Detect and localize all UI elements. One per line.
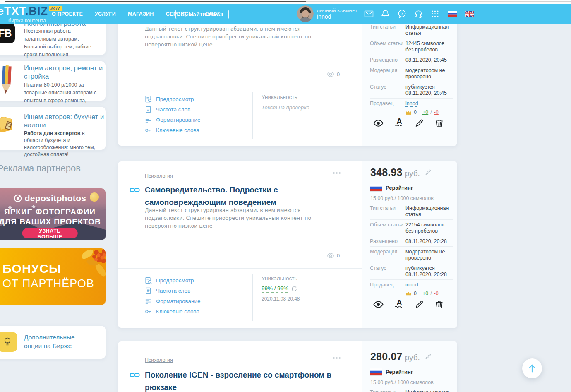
doc-search-icon (145, 277, 152, 284)
delete-trash-icon[interactable] (435, 300, 444, 309)
article-title[interactable]: Поколение iGEN - взросление со смартфоно… (145, 369, 341, 392)
price-value: 348.93 (370, 166, 403, 178)
fb-logo-icon: FB (0, 23, 15, 43)
negative-reviews-link[interactable]: -0 (434, 109, 439, 115)
apps-grid-icon[interactable] (430, 9, 440, 19)
nav-about[interactable]: О ПРОЕКТЕ (52, 11, 83, 17)
help-question-icon[interactable] (397, 9, 407, 19)
link-chain-icon[interactable] (130, 372, 140, 378)
article-card-3: Психология Поколение iGEN - взросление с… (118, 341, 457, 392)
category-link[interactable]: Психология (145, 173, 173, 179)
find-order-button[interactable]: НАЙТИ ЗАКАЗ (175, 10, 229, 19)
nav-services[interactable]: УСЛУГИ (95, 11, 116, 17)
ad-title-link[interactable]: Ищем авторов, ремонт и стройка (24, 64, 106, 80)
preview-button[interactable]: Предпросмотр (145, 275, 201, 286)
header-icons (364, 4, 474, 24)
pencil-icon (0, 65, 13, 95)
partner-bonuses-banner[interactable]: БОНУСЫ ОТ ПАРТНЁРОВ (0, 248, 106, 305)
extra-options-link[interactable]: Дополнительныеопции на Бирже (24, 333, 75, 350)
info-row-placed: Размещено08.11.2020, 20:45 (370, 55, 453, 65)
article-actions: A (373, 299, 444, 309)
keywords-button[interactable]: Ключевые слова (145, 306, 201, 317)
article-info-panel: 348.93 руб. Рерайтинг 15.00 руб./ 1000 с… (362, 161, 457, 328)
seller-rating: 0 +0 / -0 (405, 291, 453, 297)
depositphotos-banner[interactable]: depositphotos ЯРКИЕ ФОТОГРАФИИ ДЛЯ ВАШИХ… (0, 188, 106, 240)
negative-reviews-link[interactable]: -0 (434, 291, 439, 297)
info-row-volume: Объем статьи22154 символов без пробелов (370, 219, 453, 236)
positive-reviews-link[interactable]: +0 (422, 109, 428, 115)
word-frequency-button[interactable]: Частота слов (145, 104, 201, 115)
spellcheck-icon[interactable]: A (395, 118, 404, 128)
uniqueness-date: 2020.11.08 20:48 (262, 296, 300, 302)
nav-shop[interactable]: МАГАЗИН (128, 11, 154, 17)
account-label: ЛИЧНЫЙ КАБИНЕТ (317, 8, 357, 13)
edit-price-pencil-icon[interactable] (425, 169, 431, 176)
work-type: Рерайтинг (370, 184, 413, 191)
views-eye-icon (327, 71, 334, 77)
notifications-bell-icon[interactable] (381, 9, 390, 19)
card-footer: Предпросмотр Частота слов Форматирование… (118, 268, 362, 328)
format-lines-icon (145, 116, 152, 123)
views-counter: 0 (327, 71, 340, 77)
lang-ru-flag-icon[interactable] (448, 11, 457, 17)
sidebar-extra-options[interactable]: Дополнительныеопции на Бирже (0, 326, 106, 359)
top-scrollbar-thumb[interactable] (5, 1, 306, 2)
search-icon (181, 12, 187, 17)
rate-per-1000: 15.00 руб./ 1000 символов (370, 195, 434, 201)
edit-pencil-icon[interactable] (415, 300, 424, 309)
preview-button[interactable]: Предпросмотр (145, 94, 201, 104)
scroll-to-top-button[interactable] (522, 358, 542, 378)
avatar[interactable] (297, 5, 314, 22)
keywords-button[interactable]: Ключевые слова (145, 125, 201, 135)
price-currency: руб. (405, 353, 420, 362)
spellcheck-icon[interactable]: A (395, 299, 404, 309)
category-link[interactable]: Психология (145, 357, 173, 363)
format-lines-icon (145, 298, 152, 305)
partners-ads-heading: Реклама партнеров (0, 163, 81, 174)
uniqueness-value[interactable]: 99% / 99% (262, 285, 288, 293)
edit-price-pencil-icon[interactable] (425, 354, 431, 360)
info-rows: Тип статьиИнформационная статья (370, 387, 453, 392)
mail-icon[interactable] (364, 9, 374, 19)
page: eTXT.BIZ24/7 биржа контента О ПРОЕКТЕ УС… (0, 0, 571, 392)
edit-pencil-icon[interactable] (415, 119, 424, 127)
crown-icon (405, 110, 412, 115)
view-article-eye-icon[interactable] (373, 119, 384, 127)
seller-link[interactable]: innod (405, 282, 418, 288)
article-title[interactable]: Самовредительство. Подростки с самоповре… (145, 184, 341, 209)
formatting-button[interactable]: Форматирование (145, 296, 201, 306)
lightbulb-tile (0, 332, 17, 352)
info-row-status: Статуспубликуется 08.11.2020, 20:45 (370, 82, 453, 98)
price-block: 280.07 руб. (370, 351, 431, 363)
learn-more-button[interactable]: УЗНАТЬ БОЛЬШЕ (22, 228, 78, 238)
price-block: 348.93 руб. (370, 166, 431, 178)
article-description: Данный текст структурирован абзацами, в … (145, 25, 328, 48)
view-article-eye-icon[interactable] (373, 301, 384, 308)
info-row-placed: Размещено08.11.2020, 20:28 (370, 236, 453, 246)
banner-line2: ДЛЯ ВАШИХ ПРОЕКТОВ (0, 217, 106, 226)
refresh-icon[interactable] (291, 286, 297, 292)
account-username[interactable]: innod (317, 13, 331, 20)
uniqueness-label: Уникальность (262, 94, 309, 100)
info-row-type: Тип статьиИнформационная статья (370, 203, 453, 219)
ledger-books-icon (0, 115, 15, 134)
word-frequency-button[interactable]: Частота слов (145, 286, 201, 296)
key-icon (145, 127, 152, 134)
lang-en-flag-icon[interactable] (465, 11, 474, 17)
delete-trash-icon[interactable] (435, 119, 444, 127)
formatting-button[interactable]: Форматирование (145, 115, 201, 125)
document-icon (145, 106, 152, 113)
info-row-moderation: Модерациямодератором не проверено (370, 65, 453, 82)
more-menu-icon[interactable] (333, 357, 341, 359)
support-headset-icon[interactable] (414, 9, 423, 19)
price-currency: руб. (405, 169, 420, 178)
seller-link[interactable]: innod (405, 101, 418, 107)
key-icon (145, 308, 152, 315)
sidebar-ad-repair-authors[interactable]: Ищем авторов, ремонт и стройка Платим 80… (0, 61, 106, 101)
more-menu-icon[interactable] (333, 172, 341, 174)
link-chain-icon[interactable] (130, 187, 140, 193)
positive-reviews-link[interactable]: +0 (422, 291, 428, 297)
sidebar-ad-accounting-authors[interactable]: Ищем авторов: бухучет и налоги Работа дл… (0, 107, 106, 150)
lightbulb-icon (2, 337, 12, 347)
ad-title-link[interactable]: Ищем авторов: бухучет и налоги (24, 113, 106, 129)
